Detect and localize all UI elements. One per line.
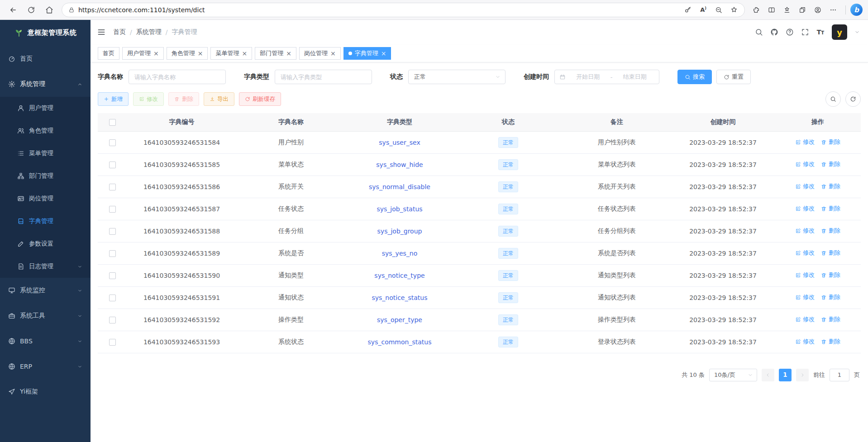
row-checkbox[interactable] <box>109 162 116 168</box>
tab-close-icon[interactable]: × <box>381 50 386 57</box>
row-checkbox[interactable] <box>109 250 116 257</box>
back-button[interactable] <box>5 2 22 18</box>
fullscreen-button[interactable] <box>801 28 809 36</box>
dict-name-input[interactable] <box>129 70 226 84</box>
row-edit-button[interactable]: 修改 <box>795 293 815 301</box>
sidebar-item-home[interactable]: 首页 <box>0 46 91 71</box>
sidebar-item-dept-management[interactable]: 部门管理 <box>0 165 91 187</box>
page-size-select[interactable]: 10条/页 <box>709 369 757 381</box>
row-checkbox[interactable] <box>109 317 116 323</box>
row-delete-button[interactable]: 删除 <box>821 293 840 301</box>
goto-page-input[interactable] <box>830 369 849 381</box>
dict-type-input[interactable] <box>275 70 372 84</box>
dict-type-link[interactable]: sys_oper_type <box>377 316 422 323</box>
tab-post-management[interactable]: 岗位管理× <box>299 47 341 60</box>
tab-close-icon[interactable]: × <box>153 50 159 57</box>
row-edit-button[interactable]: 修改 <box>795 249 815 257</box>
row-edit-button[interactable]: 修改 <box>795 315 815 323</box>
row-checkbox[interactable] <box>109 228 116 235</box>
row-checkbox[interactable] <box>109 184 116 190</box>
row-checkbox[interactable] <box>109 295 116 301</box>
row-delete-button[interactable]: 删除 <box>821 249 840 257</box>
sidebar-item-param-settings[interactable]: 参数设置 <box>0 233 91 255</box>
row-checkbox[interactable] <box>109 339 116 346</box>
toggle-search-button[interactable] <box>825 91 841 107</box>
dict-type-link[interactable]: sys_user_sex <box>379 139 420 146</box>
refresh-button[interactable] <box>23 2 40 18</box>
breadcrumb-home[interactable]: 首页 <box>113 28 126 36</box>
export-button[interactable]: 导出 <box>204 92 234 106</box>
search-button[interactable]: 搜索 <box>677 70 712 84</box>
sidebar-item-dict-management[interactable]: 字典管理 <box>0 210 91 233</box>
prev-page-button[interactable] <box>762 369 774 381</box>
dict-type-link[interactable]: sys_common_status <box>368 338 432 346</box>
tab-menu-management[interactable]: 菜单管理× <box>210 47 252 60</box>
favorite-add-button[interactable] <box>726 2 742 18</box>
dict-type-link[interactable]: sys_notice_type <box>374 272 424 279</box>
home-button[interactable] <box>41 2 58 18</box>
row-edit-button[interactable]: 修改 <box>795 182 815 190</box>
end-date-input[interactable]: 结束日期 <box>615 73 654 81</box>
tab-user-management[interactable]: 用户管理× <box>122 47 164 60</box>
tab-close-icon[interactable]: × <box>198 50 203 57</box>
read-aloud-button[interactable]: A) <box>696 2 711 18</box>
add-button[interactable]: 新增 <box>98 92 129 106</box>
tab-dept-management[interactable]: 部门管理× <box>255 47 296 60</box>
avatar-caret-icon[interactable] <box>854 29 860 35</box>
row-delete-button[interactable]: 删除 <box>821 182 840 190</box>
zoom-button[interactable] <box>711 2 726 18</box>
tab-close-icon[interactable]: × <box>286 50 291 57</box>
tab-home[interactable]: 首页 <box>98 47 119 60</box>
row-delete-button[interactable]: 删除 <box>821 138 840 146</box>
next-page-button[interactable] <box>796 369 809 381</box>
font-size-button[interactable]: TT <box>816 28 825 36</box>
breadcrumb-system[interactable]: 系统管理 <box>136 28 162 36</box>
sidebar-toggle-icon[interactable] <box>97 28 106 37</box>
dict-type-link[interactable]: sys_normal_disable <box>369 183 430 190</box>
user-avatar[interactable]: y <box>832 24 847 40</box>
tab-role-management[interactable]: 角色管理× <box>167 47 208 60</box>
refresh-cache-button[interactable]: 刷新缓存 <box>239 92 281 106</box>
row-edit-button[interactable]: 修改 <box>795 271 815 279</box>
row-delete-button[interactable]: 删除 <box>821 204 840 213</box>
row-edit-button[interactable]: 修改 <box>795 204 815 213</box>
sidebar-item-role-management[interactable]: 角色管理 <box>0 119 91 142</box>
select-all-checkbox[interactable] <box>109 119 116 126</box>
tab-close-icon[interactable]: × <box>242 50 247 57</box>
profile-button[interactable] <box>810 2 825 18</box>
dict-type-link[interactable]: sys_show_hide <box>376 161 423 168</box>
dict-type-link[interactable]: sys_yes_no <box>382 250 418 257</box>
split-screen-button[interactable] <box>764 2 779 18</box>
collections-button[interactable] <box>795 2 810 18</box>
row-delete-button[interactable]: 删除 <box>821 315 840 323</box>
tab-dict-management[interactable]: 字典管理× <box>343 47 391 60</box>
sidebar-item-system-tools[interactable]: 系统工具 <box>0 303 91 328</box>
row-checkbox[interactable] <box>109 206 116 213</box>
search-button[interactable] <box>755 28 763 36</box>
sidebar-item-yi-framework[interactable]: Yi框架 <box>0 379 91 404</box>
copilot-icon[interactable]: b <box>850 4 863 16</box>
sidebar-item-erp[interactable]: ERP <box>0 354 91 379</box>
page-1-button[interactable]: 1 <box>779 369 792 381</box>
sidebar-item-post-management[interactable]: 岗位管理 <box>0 187 91 210</box>
row-delete-button[interactable]: 删除 <box>821 227 840 235</box>
refresh-table-button[interactable] <box>845 91 861 107</box>
row-delete-button[interactable]: 删除 <box>821 271 840 279</box>
address-bar[interactable]: https://ccnetcore.com:1101/system/dict A… <box>62 3 745 17</box>
sidebar-item-user-management[interactable]: 用户管理 <box>0 97 91 119</box>
dict-type-link[interactable]: sys_job_status <box>377 205 422 213</box>
row-edit-button[interactable]: 修改 <box>795 138 815 146</box>
more-button[interactable] <box>825 2 841 18</box>
row-edit-button[interactable]: 修改 <box>795 227 815 235</box>
row-delete-button[interactable]: 删除 <box>821 160 840 168</box>
start-date-input[interactable]: 开始日期 <box>568 73 608 81</box>
extensions-button[interactable] <box>749 2 764 18</box>
github-button[interactable] <box>770 28 778 36</box>
dict-type-link[interactable]: sys_notice_status <box>372 294 427 301</box>
dict-type-link[interactable]: sys_job_group <box>377 228 422 235</box>
key-button[interactable] <box>680 2 696 18</box>
row-edit-button[interactable]: 修改 <box>795 337 815 346</box>
sidebar-item-system-monitor[interactable]: 系统监控 <box>0 278 91 303</box>
row-edit-button[interactable]: 修改 <box>795 160 815 168</box>
sidebar-item-bbs[interactable]: BBS <box>0 328 91 354</box>
